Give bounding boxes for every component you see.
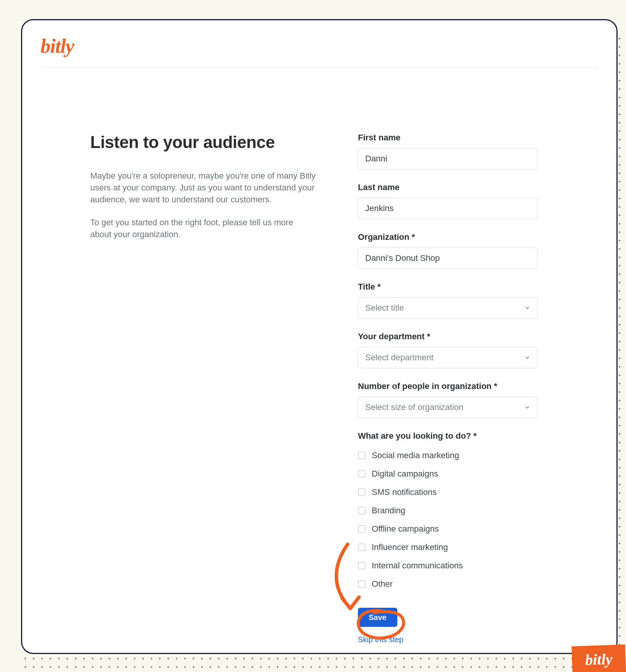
title-field: Title * Select title	[358, 282, 538, 319]
intro-column: Listen to your audience Maybe you're a s…	[90, 133, 316, 644]
header: bitly	[41, 35, 598, 68]
bitly-corner-badge: bitly	[572, 644, 626, 672]
intro-paragraph-2: To get you started on the right foot, pl…	[90, 217, 316, 241]
org-size-select-placeholder: Select size of organization	[365, 402, 463, 412]
form-column: First name Danni Last name Jenkins Organ…	[358, 133, 538, 644]
org-size-select[interactable]: Select size of organization	[358, 397, 538, 418]
organization-field: Organization * Danni's Donut Shop	[358, 232, 538, 269]
decorative-dots-bottom	[21, 654, 618, 668]
option-label: Influencer marketing	[372, 542, 448, 552]
option-branding[interactable]: Branding	[358, 501, 538, 520]
option-label: Other	[372, 579, 393, 589]
title-select[interactable]: Select title	[358, 297, 538, 319]
onboarding-card: bitly Listen to your audience Maybe you'…	[21, 19, 618, 654]
first-name-field: First name Danni	[358, 133, 538, 169]
option-label: Offline campaigns	[372, 524, 439, 534]
option-digital-campaigns[interactable]: Digital campaigns	[358, 465, 538, 483]
bitly-logo: bitly	[41, 35, 598, 57]
option-label: Internal communications	[372, 561, 463, 571]
skip-link[interactable]: Skip this step	[358, 635, 538, 644]
option-offline-campaigns[interactable]: Offline campaigns	[358, 520, 538, 538]
checkbox-icon	[358, 488, 366, 496]
department-field: Your department * Select department	[358, 332, 538, 368]
option-label: Social media marketing	[372, 451, 459, 460]
department-label: Your department *	[358, 332, 538, 342]
department-select[interactable]: Select department	[358, 347, 538, 368]
department-select-placeholder: Select department	[365, 353, 434, 363]
title-label: Title *	[358, 282, 538, 292]
org-size-label: Number of people in organization *	[358, 381, 538, 391]
organization-label: Organization *	[358, 232, 538, 242]
first-name-input[interactable]: Danni	[358, 148, 538, 169]
last-name-label: Last name	[358, 182, 538, 192]
org-size-field: Number of people in organization * Selec…	[358, 381, 538, 418]
looking-to-do-options: Social media marketing Digital campaigns…	[358, 446, 538, 593]
checkbox-icon	[358, 543, 366, 551]
option-sms-notifications[interactable]: SMS notifications	[358, 483, 538, 501]
option-social-media-marketing[interactable]: Social media marketing	[358, 446, 538, 465]
option-label: SMS notifications	[372, 487, 437, 497]
chevron-down-icon	[524, 404, 530, 410]
first-name-label: First name	[358, 133, 538, 143]
checkbox-icon	[358, 470, 366, 478]
checkbox-icon	[358, 507, 366, 514]
page-title: Listen to your audience	[90, 133, 316, 152]
save-button[interactable]: Save	[358, 608, 397, 627]
last-name-input[interactable]: Jenkins	[358, 198, 538, 219]
checkbox-icon	[358, 452, 366, 459]
option-other[interactable]: Other	[358, 575, 538, 593]
content-columns: Listen to your audience Maybe you're a s…	[41, 133, 598, 644]
checkbox-icon	[358, 525, 366, 533]
chevron-down-icon	[524, 355, 530, 361]
intro-paragraph-1: Maybe you're a solopreneur, maybe you're…	[90, 170, 316, 205]
last-name-field: Last name Jenkins	[358, 182, 538, 219]
checkbox-icon	[358, 562, 366, 569]
looking-to-do-field: What are you looking to do? * Social med…	[358, 431, 538, 593]
bitly-corner-logo: bitly	[585, 650, 613, 669]
option-label: Branding	[372, 506, 405, 516]
title-select-placeholder: Select title	[365, 303, 404, 313]
looking-to-do-label: What are you looking to do? *	[358, 431, 538, 441]
option-label: Digital campaigns	[372, 469, 438, 479]
intro-text: Maybe you're a solopreneur, maybe you're…	[90, 170, 316, 241]
checkbox-icon	[358, 580, 366, 588]
option-influencer-marketing[interactable]: Influencer marketing	[358, 538, 538, 556]
organization-input[interactable]: Danni's Donut Shop	[358, 247, 538, 269]
form-actions: Save Skip this step	[358, 608, 538, 644]
chevron-down-icon	[524, 305, 530, 311]
option-internal-communications[interactable]: Internal communications	[358, 556, 538, 575]
